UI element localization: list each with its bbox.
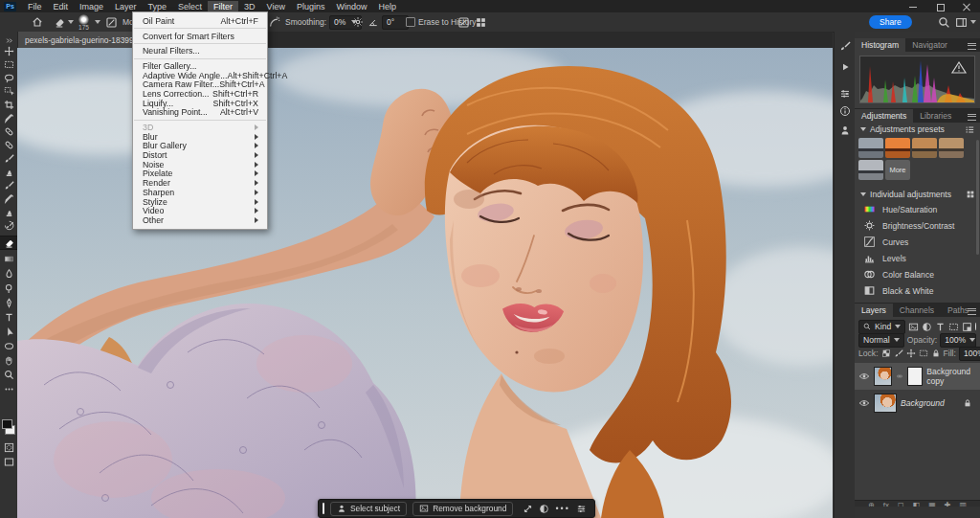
workspace-switcher-icon[interactable] [955, 16, 968, 29]
lock-position-icon[interactable] [906, 349, 916, 358]
tool-shape[interactable] [0, 340, 17, 352]
menu-item-pixelate[interactable]: Pixelate [133, 169, 267, 179]
tool-eraser[interactable] [0, 236, 17, 249]
tool-move[interactable] [0, 45, 17, 57]
taskbar-properties-icon[interactable] [576, 504, 587, 514]
menu-item-neural-filters[interactable]: Neural Filters... [133, 46, 267, 56]
brush-preset-picker[interactable]: 175 [78, 12, 89, 32]
menu-select[interactable]: Select [172, 1, 208, 12]
tab-libraries[interactable]: Libraries [913, 109, 958, 123]
tool-mixer-brush[interactable] [0, 179, 17, 191]
list-view-icon[interactable] [965, 124, 975, 135]
menu-item-adaptive-wide-angle[interactable]: Adaptive Wide Angle...Alt+Shift+Ctrl+A [133, 71, 267, 80]
menu-item-video[interactable]: Video [133, 206, 267, 215]
tool-history-brush[interactable] [0, 219, 17, 232]
adjustments-icon[interactable] [539, 504, 549, 514]
tool-pattern-stamp[interactable] [0, 206, 17, 218]
close-icon[interactable] [963, 3, 970, 11]
home-icon[interactable] [32, 16, 43, 28]
menu-item-vanishing-point[interactable]: Vanishing Point...Alt+Ctrl+V [133, 108, 267, 118]
select-subject-button[interactable]: Select subject [330, 502, 407, 516]
layer-filter-toggle[interactable] [975, 323, 976, 330]
lock-artboard-icon[interactable] [919, 349, 928, 358]
lock-transparent-pixels-icon[interactable] [881, 349, 891, 358]
tab-histogram[interactable]: Histogram [855, 38, 905, 52]
tool-path-selection[interactable] [0, 326, 17, 338]
layer-mask-thumbnail[interactable] [907, 367, 923, 386]
chevron-down-icon[interactable] [95, 20, 100, 24]
brushes-panel-icon[interactable] [838, 39, 852, 53]
brush-settings-panel-icon[interactable] [105, 16, 118, 29]
adjustment-brightness-contrast[interactable]: Brightness/Contrast [855, 217, 980, 234]
menu-item-render[interactable]: Render [133, 178, 267, 188]
tab-layers[interactable]: Layers [855, 304, 893, 317]
menu-item-camera-raw-filter[interactable]: Camera Raw Filter...Shift+Ctrl+A [133, 79, 267, 89]
menu-item-convert-smart-filters[interactable]: Convert for Smart Filters [133, 32, 267, 41]
menu-item-lens-correction[interactable]: Lens Correction...Shift+Ctrl+R [133, 89, 267, 99]
tablet-pressure-icon[interactable] [457, 16, 470, 29]
menu-item-oil-paint[interactable]: Oil PaintAlt+Ctrl+F [133, 16, 267, 26]
minimize-icon[interactable] [909, 3, 917, 11]
menu-item-distort[interactable]: Distort [133, 150, 267, 160]
individual-adjustments-header[interactable]: Individual adjustments [855, 188, 980, 201]
menu-filter[interactable]: Filter [208, 1, 238, 12]
layer-visibility-eye-icon[interactable] [858, 397, 870, 409]
properties-panel-icon[interactable] [838, 87, 852, 101]
symmetry-icon[interactable] [475, 16, 487, 29]
adjustment-color-balance[interactable]: Color Balance [855, 266, 980, 282]
preset-thumbnail[interactable] [912, 138, 937, 158]
tool-healing-brush[interactable] [0, 125, 17, 138]
layer-filter-kind-dropdown[interactable]: Kind [858, 320, 905, 334]
panel-menu-icon[interactable] [968, 114, 976, 121]
preset-thumbnail[interactable] [939, 138, 964, 158]
preset-thumbnail[interactable] [858, 160, 883, 180]
menu-layer[interactable]: Layer [109, 1, 143, 12]
menu-view[interactable]: View [261, 1, 291, 12]
adjustments-presets-header[interactable]: Adjustments presets [855, 123, 980, 136]
actions-panel-icon[interactable] [838, 60, 852, 74]
adjustments-scrollbar[interactable] [976, 140, 979, 255]
menu-item-stylize[interactable]: Stylize [133, 197, 267, 207]
layer-visibility-eye-icon[interactable] [858, 371, 870, 382]
adjustment-black-white[interactable]: Black & White [855, 282, 980, 299]
menu-file[interactable]: File [22, 1, 48, 12]
export-panel-icon[interactable] [838, 124, 852, 137]
menu-3d[interactable]: 3D [238, 1, 261, 12]
taskbar-drag-handle[interactable] [323, 503, 324, 514]
remove-background-button[interactable]: Remove background [412, 502, 513, 516]
adjustment-levels[interactable]: Levels [855, 250, 980, 266]
menu-window[interactable]: Window [331, 1, 373, 12]
more-options-icon[interactable]: ••• [555, 504, 569, 513]
tab-navigator[interactable]: Navigator [905, 38, 954, 52]
fill-dropdown[interactable]: 100% [959, 347, 980, 361]
brush-angle-field[interactable]: 0° [382, 15, 409, 30]
tool-type[interactable] [0, 311, 17, 324]
preset-thumbnail[interactable] [885, 138, 910, 158]
menu-item-liquify[interactable]: Liquify...Shift+Ctrl+X [133, 99, 267, 108]
panel-menu-icon[interactable] [968, 308, 976, 315]
menu-help[interactable]: Help [373, 1, 403, 12]
share-button[interactable]: Share [869, 15, 912, 29]
menu-plugins[interactable]: Plugins [291, 1, 331, 12]
tool-blur[interactable] [0, 267, 17, 280]
grid-view-icon[interactable] [966, 190, 975, 199]
menu-item-filter-gallery[interactable]: Filter Gallery... [133, 61, 267, 71]
layer-name[interactable]: Background copy [926, 367, 976, 386]
menu-item-noise[interactable]: Noise [133, 160, 267, 169]
quick-mask-icon[interactable] [0, 441, 17, 454]
screen-mode-icon[interactable] [0, 456, 17, 468]
tool-pen[interactable] [0, 297, 17, 309]
foreground-background-swatches[interactable] [2, 419, 15, 435]
tool-gradient[interactable] [0, 253, 17, 265]
layer-thumbnail[interactable] [874, 367, 892, 386]
tool-brush[interactable] [0, 152, 17, 165]
erase-to-history-checkbox[interactable] [406, 17, 415, 27]
smoothing-options-gear-icon[interactable] [352, 16, 364, 28]
filter-pixel-layers-icon[interactable] [908, 322, 919, 332]
menu-edit[interactable]: Edit [48, 1, 75, 12]
transform-icon[interactable] [523, 504, 533, 514]
foreground-color-swatch[interactable] [2, 419, 12, 429]
tab-channels[interactable]: Channels [893, 304, 941, 317]
preset-more-button[interactable]: More [885, 160, 910, 180]
edit-toolbar-icon[interactable] [0, 383, 17, 395]
